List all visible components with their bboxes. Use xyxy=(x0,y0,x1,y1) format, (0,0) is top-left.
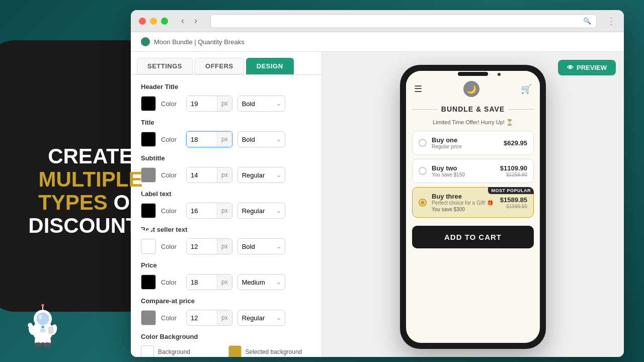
eye-icon: 👁 xyxy=(567,64,574,71)
label-text-size-input[interactable]: px xyxy=(186,203,232,219)
breadcrumb: Moon Bundle | Quantity Breaks xyxy=(131,32,624,52)
bundle-option-2[interactable]: Buy two You save $150 $1109.90 $1259.90 xyxy=(412,159,534,183)
option-3-info: Buy three Perfect choice for a Gift! 🎁 Y… xyxy=(432,193,495,212)
compare-price-section-label: Compare-at price xyxy=(141,297,311,305)
traffic-light-green[interactable] xyxy=(161,18,168,25)
compare-price-color-swatch[interactable] xyxy=(141,310,156,325)
compare-price-style-select[interactable]: Regular Bold Medium xyxy=(237,310,285,326)
tabs-bar: SETTINGS OFFERS DESIGN xyxy=(131,52,321,75)
best-seller-color-label: Color xyxy=(161,243,181,250)
label-text-style-wrapper: Regular Bold Medium xyxy=(237,203,285,219)
header-title-style-select[interactable]: Bold Regular Medium xyxy=(237,96,285,112)
option-3-save: You save $300 xyxy=(432,207,495,212)
title-size-field[interactable] xyxy=(187,132,217,147)
search-icon: 🔍 xyxy=(583,17,591,25)
subtitle-style-wrapper: Regular Bold Medium xyxy=(237,167,285,183)
best-seller-size-input[interactable]: px xyxy=(186,238,232,254)
bundle-subtitle: Limited Time Offer! Hurry Up! ⏳ xyxy=(412,119,534,126)
price-color-label: Color xyxy=(161,279,181,286)
best-seller-size-field[interactable] xyxy=(187,239,217,254)
label-text-row: Color px Regular Bold Medium xyxy=(141,203,311,219)
more-options-icon[interactable]: ⋮ xyxy=(607,16,616,27)
header-title-row: Color px Bold Regular Medium xyxy=(141,96,311,112)
svg-point-13 xyxy=(41,304,44,307)
nav-buttons: ‹ › xyxy=(178,15,200,27)
app-icon xyxy=(141,37,150,46)
subtitle-size-input[interactable]: px xyxy=(186,167,232,183)
compare-price-size-input[interactable]: px xyxy=(186,310,232,326)
tab-settings[interactable]: SETTINGS xyxy=(137,58,193,74)
address-bar[interactable]: 🔍 xyxy=(210,14,597,28)
price-size-field[interactable] xyxy=(187,275,217,290)
tab-design[interactable]: DESIGN xyxy=(246,58,294,74)
preview-button[interactable]: 👁 PREVIEW xyxy=(558,60,616,75)
option-1-price-main: $629.95 xyxy=(504,139,527,147)
radio-option-2[interactable] xyxy=(419,167,427,175)
compare-price-size-field[interactable] xyxy=(187,310,217,325)
bundle-line-left xyxy=(412,109,437,110)
traffic-light-red[interactable] xyxy=(139,18,146,25)
compare-price-row: Color px Regular Bold Medium xyxy=(141,310,311,326)
option-1-sub: Regular price xyxy=(432,144,499,149)
svg-point-3 xyxy=(39,315,42,319)
headline-line4: OF xyxy=(114,191,143,214)
svg-point-8 xyxy=(34,342,42,347)
background-swatch[interactable] xyxy=(141,345,154,357)
svg-point-2 xyxy=(36,313,49,325)
traffic-light-yellow[interactable] xyxy=(150,18,157,25)
bundle-line-right xyxy=(509,109,534,110)
price-style-select[interactable]: Medium Bold Regular xyxy=(237,274,285,290)
price-style-wrapper: Medium Bold Regular xyxy=(237,274,285,290)
headline-line3: TYPES xyxy=(38,191,108,214)
title-size-input[interactable]: px xyxy=(186,131,232,147)
add-to-cart-button[interactable]: ADD TO CART xyxy=(412,226,534,248)
compare-price-style-wrapper: Regular Bold Medium xyxy=(237,310,285,326)
header-title-section-label: Header Title xyxy=(141,83,311,90)
label-text-style-select[interactable]: Regular Bold Medium xyxy=(237,203,285,219)
price-color-swatch[interactable] xyxy=(141,275,156,290)
browser-content: Moon Bundle | Quantity Breaks SETTINGS O… xyxy=(131,32,624,357)
svg-point-15 xyxy=(41,326,44,328)
color-bg-section-label: Color Background xyxy=(141,333,311,340)
option-3-price: $1589.85 $1889.85 xyxy=(500,196,527,209)
phone-screen: ☰ 🌙 🛒 BUNDLE & SAVE Limited Time O xyxy=(406,71,540,343)
subtitle-section-label: Subtitle xyxy=(141,154,311,162)
color-bg-selected-bg: Selected background xyxy=(228,345,312,357)
best-seller-style-select[interactable]: Bold Regular Medium xyxy=(237,238,285,254)
price-size-input[interactable]: px xyxy=(186,274,232,290)
option-1-price: $629.95 xyxy=(504,139,527,147)
header-title-size-field[interactable] xyxy=(187,96,217,111)
background-label: Background xyxy=(158,348,190,355)
bundle-option-1[interactable]: Buy one Regular price $629.95 xyxy=(412,131,534,155)
svg-rect-14 xyxy=(40,329,46,332)
back-button[interactable]: ‹ xyxy=(178,15,187,27)
option-2-price: $1109.90 $1259.90 xyxy=(500,164,527,177)
preview-button-label: PREVIEW xyxy=(577,64,607,71)
option-2-title: Buy two xyxy=(432,164,495,172)
subtitle-style-select[interactable]: Regular Bold Medium xyxy=(237,167,285,183)
header-title-color-swatch[interactable] xyxy=(141,96,156,111)
phone-camera-dot xyxy=(498,73,501,76)
label-text-size-field[interactable] xyxy=(187,203,217,218)
radio-option-1[interactable] xyxy=(419,139,427,147)
option-1-title: Buy one xyxy=(432,136,499,144)
phone-menu-icon: ☰ xyxy=(414,83,422,95)
title-style-select[interactable]: Bold Regular Medium xyxy=(237,131,285,147)
breadcrumb-text: Moon Bundle | Quantity Breaks xyxy=(154,38,245,46)
bundle-option-3[interactable]: MOST POPULAR Buy three Perfect choice fo… xyxy=(412,187,534,218)
main-area: SETTINGS OFFERS DESIGN Header Title Colo… xyxy=(131,52,624,357)
phone-body: BUNDLE & SAVE Limited Time Offer! Hurry … xyxy=(406,101,540,343)
option-3-price-main: $1589.85 xyxy=(500,196,527,204)
best-seller-style-wrapper: Bold Regular Medium xyxy=(237,238,285,254)
subtitle-size-field[interactable] xyxy=(187,167,217,183)
radio-option-3[interactable] xyxy=(419,199,427,207)
bundle-header: BUNDLE & SAVE xyxy=(412,105,534,113)
title-row: Color px Bold Regular Medium xyxy=(141,131,311,147)
option-3-title: Buy three xyxy=(432,193,495,200)
forward-button[interactable]: › xyxy=(191,15,200,27)
best-seller-text-section-label: Best seller text xyxy=(141,226,311,233)
tab-offers[interactable]: OFFERS xyxy=(195,58,244,74)
selected-background-swatch[interactable] xyxy=(228,345,242,357)
header-title-size-input[interactable]: px xyxy=(186,96,232,112)
color-bg-grid: Background Selected background Border xyxy=(141,345,311,357)
